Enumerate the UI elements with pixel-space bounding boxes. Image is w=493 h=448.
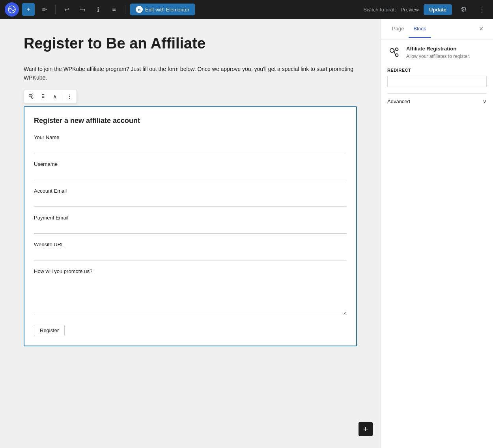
page-description: Want to join the WPKube affiliate progra… xyxy=(24,65,357,82)
block-info-title: Affiliate Registration xyxy=(406,46,470,52)
wp-logo[interactable] xyxy=(5,2,19,17)
form-field-website-url-input[interactable] xyxy=(34,249,347,260)
edit-toolbar-button[interactable]: ✏ xyxy=(38,3,50,16)
redirect-label: Redirect xyxy=(387,68,487,72)
page-title: Register to Be an Affiliate xyxy=(24,35,357,53)
svg-point-7 xyxy=(396,48,398,51)
svg-point-3 xyxy=(32,97,33,99)
redirect-section: Redirect xyxy=(387,68,487,93)
form-field-username: Username xyxy=(34,161,347,188)
toolbar-sep-1 xyxy=(55,5,56,14)
edit-with-elementor-button[interactable]: e Edit with Elementor xyxy=(130,4,195,15)
form-field-account-email-input[interactable] xyxy=(34,195,347,207)
move-up-button[interactable]: ∧ xyxy=(49,91,60,102)
svg-line-5 xyxy=(31,96,32,98)
switch-to-draft-button[interactable]: Switch to draft xyxy=(363,7,396,13)
svg-point-6 xyxy=(390,48,394,52)
tab-block[interactable]: Block xyxy=(409,20,431,38)
form-field-account-email-label: Account Email xyxy=(34,188,347,194)
block-info: Affiliate Registration Allow your affili… xyxy=(387,46,487,60)
toolbar-sep-2 xyxy=(125,5,125,14)
affiliate-block-icon-button[interactable] xyxy=(26,91,37,102)
sidebar-body: Affiliate Registration Allow your affili… xyxy=(381,39,493,115)
form-field-name-input[interactable] xyxy=(34,142,347,153)
elementor-icon: e xyxy=(136,6,143,13)
form-field-account-email: Account Email xyxy=(34,188,347,215)
add-block-toolbar-button[interactable]: + xyxy=(22,3,35,16)
info-button[interactable]: ℹ xyxy=(92,3,105,16)
redirect-input[interactable] xyxy=(387,76,487,87)
form-field-website-url: Website URL xyxy=(34,242,347,268)
svg-point-2 xyxy=(32,94,33,96)
redo-button[interactable]: ↪ xyxy=(76,3,89,16)
form-field-website-url-label: Website URL xyxy=(34,242,347,247)
register-submit-button[interactable]: Register xyxy=(34,325,65,336)
sidebar-header: Page Block × xyxy=(381,19,493,39)
block-toolbar-sep xyxy=(62,93,62,100)
form-field-payment-email: Payment Email xyxy=(34,215,347,242)
form-field-payment-email-label: Payment Email xyxy=(34,215,347,221)
form-field-payment-email-input[interactable] xyxy=(34,222,347,234)
form-title: Register a new affiliate account xyxy=(34,117,347,125)
block-info-description: Allow your affiliates to register. xyxy=(406,53,470,60)
main-layout: Register to Be an Affiliate Want to join… xyxy=(0,19,493,448)
form-field-name-label: Your Name xyxy=(34,134,347,140)
toolbar-right: Switch to draft Preview Update ⚙ ⋮ xyxy=(363,2,488,17)
svg-line-10 xyxy=(394,51,396,55)
chevron-down-icon: ∨ xyxy=(483,99,487,104)
svg-point-1 xyxy=(29,95,31,97)
affiliate-form-block: Register a new affiliate account Your Na… xyxy=(24,106,357,346)
update-button[interactable]: Update xyxy=(424,4,452,15)
form-field-username-label: Username xyxy=(34,161,347,167)
svg-point-8 xyxy=(396,54,398,57)
right-sidebar: Page Block × Affiliate Registration xyxy=(381,19,493,448)
form-field-promote: How will you promote us? xyxy=(34,268,347,325)
list-view-button[interactable]: ≡ xyxy=(108,3,120,16)
tab-page[interactable]: Page xyxy=(387,20,409,38)
editor-area: Register to Be an Affiliate Want to join… xyxy=(0,19,381,448)
block-toolbar: ⠿ ∧ ⋮ xyxy=(24,90,77,103)
block-info-text: Affiliate Registration Allow your affili… xyxy=(406,46,470,60)
block-icon xyxy=(387,46,401,60)
form-field-promote-textarea[interactable] xyxy=(34,276,347,315)
drag-handle-button[interactable]: ⠿ xyxy=(37,91,49,102)
form-field-name: Your Name xyxy=(34,134,347,161)
form-field-username-input[interactable] xyxy=(34,169,347,180)
add-new-block-button[interactable]: + xyxy=(359,422,373,436)
more-options-button[interactable]: ⋮ xyxy=(476,3,488,16)
undo-button[interactable]: ↩ xyxy=(60,3,73,16)
top-toolbar: + ✏ ↩ ↪ ℹ ≡ e Edit with Elementor Switch… xyxy=(0,0,493,19)
elementor-btn-label: Edit with Elementor xyxy=(145,7,189,13)
advanced-section[interactable]: Advanced ∨ xyxy=(387,93,487,109)
settings-button[interactable]: ⚙ xyxy=(457,2,471,17)
form-field-promote-label: How will you promote us? xyxy=(34,268,347,274)
advanced-label: Advanced xyxy=(387,99,410,104)
sidebar-close-button[interactable]: × xyxy=(476,24,487,35)
preview-button[interactable]: Preview xyxy=(401,7,419,13)
more-block-options-button[interactable]: ⋮ xyxy=(64,91,75,102)
